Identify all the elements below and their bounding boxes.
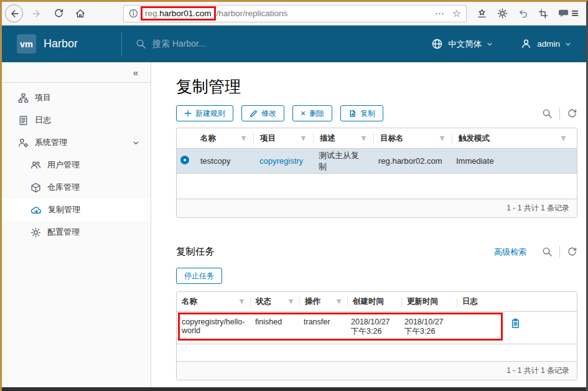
- task-create-time-cell: 2018/10/27 下午3:26: [346, 318, 399, 337]
- undo-arrow-icon[interactable]: [518, 8, 528, 19]
- filter-icon[interactable]: [560, 135, 567, 142]
- table-footer: 1 - 1 共计 1 条记录: [177, 361, 577, 380]
- package-cube-icon: [30, 182, 41, 193]
- sidebar-item-configuration[interactable]: 配置管理: [2, 221, 151, 243]
- filter-icon[interactable]: [287, 298, 294, 305]
- tasks-search-icon[interactable]: [542, 247, 553, 257]
- sidebar-collapse-icon[interactable]: «: [133, 67, 138, 78]
- sidebar-item-label: 用户管理: [47, 159, 80, 171]
- forward-button[interactable]: [29, 6, 45, 22]
- copy-export-icon: [348, 110, 357, 118]
- plus-icon: [184, 110, 192, 117]
- page-actions-icon[interactable]: ⋯: [435, 8, 445, 19]
- home-button[interactable]: [72, 6, 88, 22]
- annotation-url-box: reg.harbor01.com: [141, 6, 216, 21]
- button-label: 停止任务: [184, 271, 214, 281]
- site-info-icon[interactable]: [129, 9, 138, 18]
- divider: [559, 108, 560, 120]
- crop-icon[interactable]: [538, 9, 548, 19]
- filter-icon[interactable]: [238, 298, 245, 305]
- url-bar[interactable]: reg.harbor01.com /harbor/replications ⋯ …: [123, 5, 467, 22]
- table-header-row: 名称 项目 描述 目标名: [177, 128, 577, 149]
- harbor-logo[interactable]: vm Harbor: [17, 34, 121, 54]
- edit-rule-button[interactable]: 修改: [241, 105, 284, 121]
- bookmark-star-icon[interactable]: ☆: [452, 7, 461, 19]
- search-icon: [136, 39, 146, 49]
- rules-search-icon[interactable]: [542, 108, 553, 119]
- rule-project-link[interactable]: copyregistry: [253, 156, 312, 166]
- column-header-log[interactable]: 日志: [457, 296, 577, 307]
- rule-row-selected[interactable]: testcopy copyregistry 测试主从复制 reg.harbor0…: [177, 149, 577, 174]
- radio-selected-icon[interactable]: [180, 156, 189, 164]
- vmware-logo-icon: vm: [17, 34, 36, 54]
- replicate-button[interactable]: 复制: [340, 105, 383, 121]
- cloud-replication-icon: [30, 205, 42, 215]
- filter-icon[interactable]: [439, 135, 446, 142]
- divider: [559, 246, 560, 258]
- column-header-update-time[interactable]: 更新时间: [402, 296, 457, 307]
- hamburger-menu-icon[interactable]: ≡: [571, 6, 580, 21]
- view-log-clipboard-icon[interactable]: [511, 318, 520, 329]
- column-header-description[interactable]: 描述: [314, 133, 373, 144]
- sidebar-item-label: 项目: [35, 92, 51, 103]
- rule-description-cell: 测试主从复制: [312, 150, 372, 172]
- sidebar: « 项目 日志 系统管理 用户管理: [2, 62, 151, 387]
- button-label: 复制: [360, 108, 375, 119]
- filter-icon[interactable]: [300, 135, 307, 142]
- sidebar-item-user-management[interactable]: 用户管理: [2, 154, 151, 176]
- url-subdomain: reg.: [145, 9, 159, 18]
- reload-button[interactable]: [50, 6, 67, 22]
- tasks-refresh-icon[interactable]: [567, 247, 577, 257]
- library-icon[interactable]: [477, 8, 487, 19]
- button-label: 删除: [309, 108, 324, 119]
- new-rule-button[interactable]: 新建规则: [176, 105, 233, 121]
- url-path: /harbor/replications: [217, 9, 288, 18]
- column-header-target[interactable]: 目标名: [374, 133, 452, 144]
- rule-trigger-cell: Immediate: [450, 156, 577, 166]
- sidebar-item-system-management[interactable]: 系统管理: [2, 131, 151, 154]
- back-button[interactable]: [5, 4, 23, 22]
- column-header-operation[interactable]: 操作: [300, 296, 347, 307]
- column-header-status[interactable]: 状态: [251, 296, 299, 307]
- sidebar-item-logs[interactable]: 日志: [2, 109, 151, 131]
- column-header-project[interactable]: 项目: [254, 133, 313, 144]
- chat-bubble-icon[interactable]: [558, 8, 570, 19]
- global-search-input[interactable]: 搜索 Harbor...: [136, 39, 431, 50]
- column-header-task-name[interactable]: 名称: [177, 296, 250, 307]
- table-header-row: 名称 状态 操作 创建时间: [177, 292, 577, 312]
- sidebar-item-label: 复制管理: [48, 204, 80, 215]
- gear-icon: [30, 227, 41, 238]
- column-header-name[interactable]: 名称: [194, 133, 253, 144]
- home-icon: [75, 8, 86, 19]
- url-domain: harbor01.com: [159, 9, 211, 18]
- advanced-search-link[interactable]: 高级检索: [494, 247, 526, 258]
- task-operation-cell: transfer: [299, 318, 346, 326]
- filter-icon[interactable]: [335, 298, 342, 305]
- sidebar-item-label: 系统管理: [35, 137, 67, 148]
- delete-rule-button[interactable]: × 删除: [292, 105, 332, 121]
- window-bottom-edge: [2, 387, 586, 391]
- table-footer: 1 - 1 共计 1 条记录: [177, 199, 577, 217]
- replication-tasks-table: 名称 状态 操作 创建时间: [176, 291, 577, 380]
- pagination-summary: 1 - 1 共计 1 条记录: [506, 203, 569, 214]
- filter-icon[interactable]: [240, 135, 247, 142]
- sidebar-item-registry-management[interactable]: 仓库管理: [2, 176, 151, 199]
- user-menu[interactable]: admin: [520, 38, 571, 50]
- rule-name-cell: testcopy: [194, 156, 253, 166]
- main-content: 复制管理 新建规则 修改 × 删除 复制: [151, 62, 586, 387]
- column-header-trigger[interactable]: 触发模式: [452, 133, 577, 144]
- language-selector[interactable]: 中文简体: [431, 38, 493, 50]
- chevron-down-icon: [487, 41, 493, 47]
- replication-rules-table: 名称 项目 描述 目标名: [176, 128, 577, 218]
- settings-gear-icon[interactable]: [497, 8, 508, 19]
- rules-refresh-icon[interactable]: [567, 108, 577, 119]
- sidebar-item-replication-management[interactable]: 复制管理: [2, 199, 151, 221]
- sidebar-item-projects[interactable]: 项目: [2, 87, 151, 109]
- brand-title: Harbor: [44, 37, 78, 50]
- sidebar-item-label: 仓库管理: [47, 182, 80, 193]
- globe-icon: [431, 38, 443, 50]
- stop-task-button[interactable]: 停止任务: [176, 268, 222, 284]
- filter-icon[interactable]: [360, 135, 367, 142]
- column-header-create-time[interactable]: 创建时间: [348, 296, 401, 307]
- tasks-section-title: 复制任务: [176, 245, 215, 258]
